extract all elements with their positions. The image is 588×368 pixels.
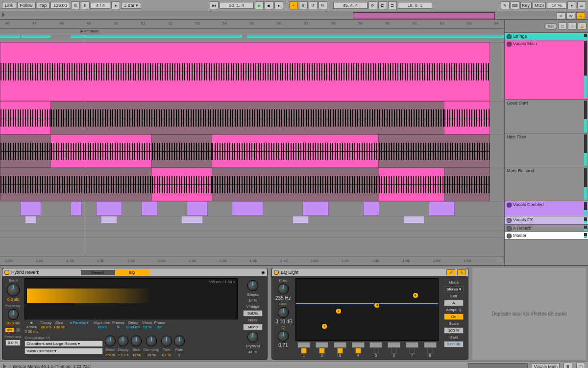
bar-ruler[interactable]: 46474849505152535455565758596061626364 (0, 20, 504, 29)
track-lane[interactable] (0, 101, 504, 135)
bassmono-menu[interactable]: Mono (243, 324, 263, 330)
audio-clip[interactable] (181, 216, 202, 224)
audio-clip[interactable] (212, 168, 379, 201)
audio-clip[interactable] (96, 201, 122, 216)
time-signature-field[interactable]: 4 / 4 (91, 2, 110, 9)
freq-knob[interactable] (278, 284, 289, 294)
eq-tab[interactable]: EQ (115, 270, 149, 275)
punch-in-icon[interactable]: ⊏ (378, 1, 387, 9)
tempo-field[interactable]: 129.00 (50, 2, 70, 9)
eq-output-gain[interactable]: 0.00 dB (444, 341, 464, 347)
capture-icon[interactable]: ↻ (318, 1, 327, 9)
overview-fold-icon[interactable] (2, 12, 5, 17)
audio-clip[interactable] (25, 216, 36, 224)
follow-button[interactable]: Follow (17, 2, 36, 9)
nudge-up-icon[interactable]: Ⅲ (81, 1, 90, 9)
eq-band-5[interactable]: 5 (368, 342, 385, 357)
midi-button[interactable]: MIDI (533, 2, 546, 9)
automation-arm-icon[interactable]: ⊕ (299, 1, 308, 9)
feedback-field[interactable]: 0.0 % (5, 340, 20, 346)
audio-clip[interactable] (403, 216, 424, 224)
eq-band-handle[interactable]: 4 (413, 292, 418, 298)
record-button[interactable]: ● (274, 1, 283, 9)
pencil-icon[interactable]: ✎ (501, 1, 510, 9)
send-knob[interactable] (7, 284, 20, 296)
metronome-icon[interactable]: ● (111, 1, 120, 9)
status-bars-icon[interactable]: Ⅲ (564, 363, 572, 368)
blend-knob[interactable] (105, 336, 116, 346)
eq-band-8[interactable]: 8 (421, 342, 439, 357)
info-fold-icon[interactable] (3, 364, 6, 368)
eq-band-1[interactable]: 1 (295, 342, 313, 357)
audio-clip[interactable] (151, 168, 213, 201)
track-lane[interactable] (0, 224, 504, 231)
eq-expand-icon[interactable]: ⤢ (446, 269, 455, 275)
audio-clip[interactable] (444, 101, 490, 134)
punch-out-icon[interactable]: ⊐ (388, 1, 397, 9)
routing-selector[interactable]: ◂ Parallel ▸ (70, 320, 89, 325)
audio-clip[interactable] (232, 201, 263, 216)
audio-clip[interactable] (302, 201, 328, 216)
sync-mode-button[interactable]: ♪ (15, 327, 21, 333)
freeze-button[interactable]: ❄ (117, 325, 120, 329)
damping-knob[interactable] (146, 336, 157, 346)
audio-effects-dropzone[interactable]: Deposite aquí los efectos de audio (472, 268, 586, 360)
status-track-chip[interactable]: Vocals Main (532, 363, 560, 368)
quantize-menu[interactable]: 1 Bar ▾ (121, 2, 141, 9)
track-header[interactable]: Vocals Main (505, 40, 588, 100)
track-header[interactable]: More Relaxed (505, 167, 588, 201)
audio-clip[interactable] (50, 101, 445, 134)
eq-band-selector[interactable]: 12345678 (295, 342, 439, 357)
track-lane[interactable] (0, 168, 504, 202)
audio-clip[interactable] (71, 201, 82, 216)
eq-band-2[interactable]: 2 (314, 342, 331, 357)
header-w-icon[interactable]: W (566, 12, 575, 19)
audio-clip[interactable] (101, 216, 117, 224)
device-on-icon[interactable] (4, 270, 9, 275)
keymap-icon[interactable]: ⌨ (511, 1, 519, 9)
track-lane[interactable] (0, 201, 504, 216)
audio-clip[interactable] (20, 201, 41, 216)
save-preset-icon[interactable]: ◉ (261, 270, 265, 275)
stereo-knob[interactable] (247, 280, 258, 291)
track-lane[interactable] (0, 231, 504, 238)
link-button[interactable]: Link (2, 2, 16, 9)
overload-icon[interactable]: ▾ (567, 1, 576, 9)
audio-clip[interactable] (212, 134, 379, 168)
track-lane[interactable] (0, 42, 504, 102)
q-knob[interactable] (278, 331, 289, 342)
audio-clip[interactable] (0, 42, 490, 101)
ir-preset-menu[interactable]: Vocal Chamber ▾ (24, 348, 103, 354)
audio-clip[interactable] (50, 134, 152, 168)
track-header[interactable]: Vocals FX (505, 216, 588, 225)
track-lane[interactable] (0, 216, 504, 224)
ms-mode-button[interactable]: ms (5, 327, 14, 333)
eq-band-handle[interactable]: 3 (374, 302, 380, 308)
audio-clip[interactable] (293, 216, 309, 224)
eq-mode-menu[interactable]: Stereo ▾ (444, 286, 464, 292)
decay2-knob[interactable] (118, 336, 128, 346)
tide-knob[interactable] (161, 336, 172, 346)
prev-icon[interactable]: ⏮ (210, 1, 219, 9)
ir-waveform-display[interactable]: 555 ms / 1.34 s (24, 278, 238, 319)
audio-clip[interactable] (363, 201, 379, 216)
audio-clip[interactable] (429, 201, 455, 216)
audio-clip[interactable] (444, 168, 490, 201)
track-header[interactable]: A Reverb (505, 225, 588, 232)
track-header[interactable]: Vocals Doubled (505, 201, 588, 216)
header-h-icon[interactable]: H (557, 12, 565, 19)
loop-start[interactable]: 45. 4. 4 (333, 2, 368, 9)
key-button[interactable]: Key (520, 2, 532, 9)
eq-band-4[interactable]: 4 (349, 342, 367, 357)
spectrum-icon[interactable]: ∿ (457, 269, 466, 275)
drywet-knob[interactable] (247, 332, 258, 342)
size2-knob[interactable] (131, 336, 142, 346)
stop-button[interactable]: ■ (265, 1, 273, 9)
reenabled-auto-icon[interactable]: ↺ (309, 1, 318, 9)
rate-knob[interactable] (174, 336, 185, 346)
eq-curve-display[interactable]: 1234 (295, 278, 439, 341)
eq-eight-titlebar[interactable]: EQ Eight ⤢ ∿ (272, 268, 468, 276)
track-lanes[interactable] (0, 38, 504, 257)
eq-band-handle[interactable]: 1 (321, 323, 327, 329)
headphone-icon[interactable]: ♫ (568, 23, 577, 29)
